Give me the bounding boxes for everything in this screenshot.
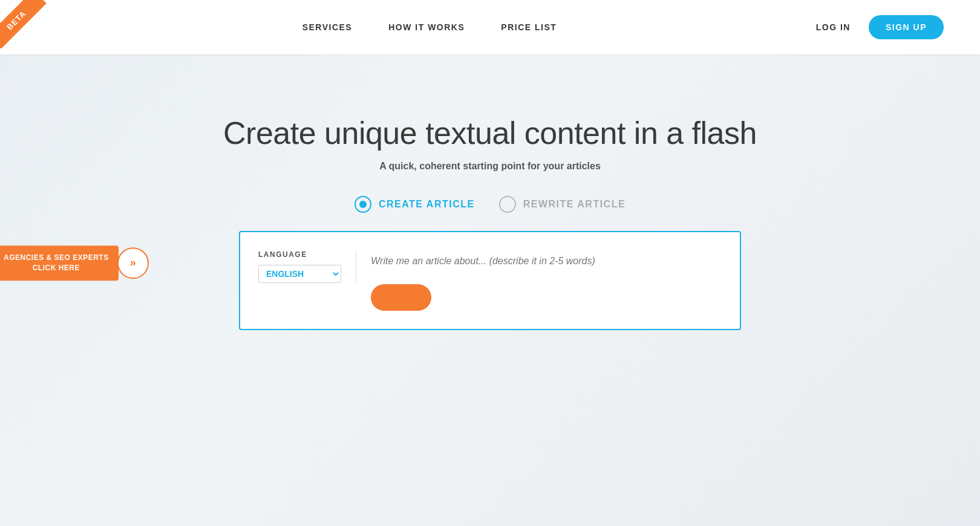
side-banner-arrow[interactable]: »: [117, 247, 149, 279]
create-article-option[interactable]: CREATE ARTICLE: [354, 196, 475, 213]
rewrite-article-option[interactable]: REWRITE ARTICLE: [499, 196, 626, 213]
beta-ribbon: BETA: [0, 0, 48, 48]
form-box: LANGUAGE ENGLISH FRENCH SPANISH GERMAN I…: [239, 231, 741, 330]
language-select[interactable]: ENGLISH FRENCH SPANISH GERMAN ITALIAN PO…: [258, 265, 341, 283]
language-label: LANGUAGE: [258, 250, 341, 259]
nav-right: LOG IN SIGN UP: [816, 15, 944, 39]
article-input[interactable]: [371, 250, 722, 272]
side-banner[interactable]: AGENCIES & SEO EXPERTS CLICK HERE »: [0, 245, 149, 281]
beta-label: BETA: [0, 0, 47, 48]
side-banner-line1: AGENCIES & SEO EXPERTS: [4, 253, 109, 263]
nav-services[interactable]: SERVICES: [302, 22, 353, 32]
options-row: CREATE ARTICLE REWRITE ARTICLE: [354, 196, 626, 213]
login-link[interactable]: LOG IN: [816, 22, 851, 32]
chevron-right-icon: »: [130, 257, 136, 270]
hero-title: Create unique textual content in a flash: [223, 115, 757, 151]
side-banner-line2: CLICK HERE: [4, 263, 109, 273]
hero-subtitle: A quick, coherent starting point for you…: [379, 161, 601, 172]
main-content: Create unique textual content in a flash…: [0, 54, 980, 330]
submit-button[interactable]: [371, 284, 431, 311]
signup-button[interactable]: SIGN UP: [869, 15, 944, 39]
nav-price-list[interactable]: PRICE LIST: [501, 22, 557, 32]
rewrite-article-label: REWRITE ARTICLE: [523, 199, 626, 210]
main-nav: SERVICES HOW IT WORKS PRICE LIST: [36, 22, 823, 32]
header: SERVICES HOW IT WORKS PRICE LIST LOG IN …: [0, 0, 980, 54]
nav-how-it-works[interactable]: HOW IT WORKS: [388, 22, 465, 32]
rewrite-article-radio[interactable]: [499, 196, 516, 213]
create-article-radio[interactable]: [354, 196, 371, 213]
input-area: [371, 250, 722, 311]
side-banner-text: AGENCIES & SEO EXPERTS CLICK HERE: [0, 245, 119, 281]
create-article-label: CREATE ARTICLE: [379, 199, 475, 210]
language-panel: LANGUAGE ENGLISH FRENCH SPANISH GERMAN I…: [258, 250, 356, 283]
